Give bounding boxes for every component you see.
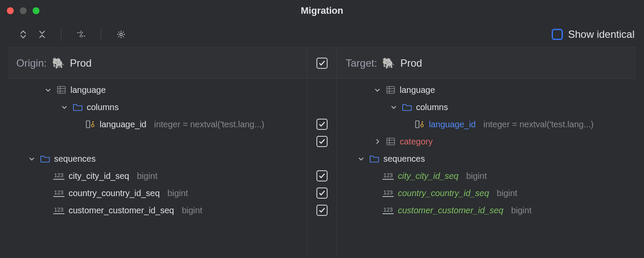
collapse-all-button[interactable]	[38, 30, 46, 39]
target-header: Target: 🐘 Prod	[337, 48, 636, 79]
target-table-language[interactable]: language	[337, 81, 636, 98]
postgres-icon: 🐘	[382, 57, 395, 69]
svg-rect-5	[86, 121, 90, 128]
sequence-meta: bigint	[511, 206, 532, 215]
table-name: category	[400, 137, 433, 147]
origin-table-language[interactable]: language	[8, 81, 307, 98]
row-checkbox[interactable]	[316, 205, 328, 216]
origin-sequences-folder[interactable]: sequences	[8, 150, 307, 167]
target-sequences-folder[interactable]: sequences	[337, 150, 636, 167]
show-identical-checkbox[interactable]: Show identical	[552, 28, 635, 40]
sequence-name: country_country_id_seq	[69, 188, 160, 198]
table-name: language	[400, 85, 435, 95]
folder-icon	[40, 154, 50, 163]
sequence-meta: bigint	[182, 206, 202, 215]
table-icon	[386, 137, 395, 146]
target-db-name: Prod	[400, 57, 422, 69]
svg-rect-1	[58, 86, 65, 93]
folder-name: columns	[87, 102, 118, 112]
titlebar: Migration	[0, 0, 644, 22]
target-sequence-country[interactable]: 123 country_country_id_seq bigint	[337, 184, 636, 202]
sequence-icon: 123	[383, 206, 394, 214]
target-sequence-city[interactable]: 123 city_city_id_seq bigint	[337, 167, 636, 184]
expand-all-button[interactable]	[19, 30, 27, 39]
row-checkbox[interactable]	[316, 136, 328, 147]
origin-header: Origin: 🐘 Prod	[8, 48, 307, 79]
sequence-meta: bigint	[466, 171, 487, 181]
sequence-icon: 123	[53, 189, 64, 197]
column-name: language_id	[429, 120, 476, 129]
svg-point-6	[91, 124, 94, 127]
origin-tree[interactable]: language columns language_id integer = n…	[8, 79, 307, 258]
chevron-down-icon	[358, 155, 365, 162]
window-title: Migration	[0, 5, 644, 16]
column-meta: integer = nextval('test.lang...)	[154, 120, 264, 129]
svg-rect-11	[416, 121, 419, 128]
diff-content: Origin: 🐘 Prod language columns	[8, 47, 636, 258]
sequence-meta: bigint	[167, 188, 188, 198]
sequence-meta: bigint	[497, 188, 517, 198]
swap-sides-button[interactable]	[76, 30, 86, 39]
sequence-name: customer_customer_id_seq	[398, 206, 504, 215]
sequence-meta: bigint	[137, 171, 158, 181]
target-column-language-id[interactable]: language_id integer = nextval('test.lang…	[337, 116, 636, 133]
checkbox-icon	[552, 29, 563, 40]
origin-sequence-country[interactable]: 123 country_country_id_seq bigint	[8, 184, 307, 202]
chevron-down-icon	[374, 86, 382, 93]
chevron-down-icon	[61, 104, 69, 111]
minimize-window-button[interactable]	[20, 7, 27, 14]
target-sequence-customer[interactable]: 123 customer_customer_id_seq bigint	[337, 202, 636, 219]
origin-sequence-customer[interactable]: 123 customer_customer_id_seq bigint	[8, 202, 307, 219]
primary-key-column-icon	[86, 120, 95, 129]
sequence-name: customer_customer_id_seq	[69, 206, 174, 215]
table-icon	[57, 85, 66, 95]
folder-icon	[402, 102, 412, 112]
row-checkbox[interactable]	[316, 187, 328, 199]
settings-button[interactable]	[116, 29, 126, 40]
folder-icon	[370, 154, 379, 163]
toolbar-separator	[101, 28, 101, 40]
chevron-down-icon	[28, 155, 36, 162]
column-meta: integer = nextval('test.lang...)	[483, 120, 594, 129]
svg-rect-7	[387, 86, 395, 93]
origin-columns-folder[interactable]: columns	[8, 98, 307, 116]
chevron-down-icon	[390, 104, 398, 111]
origin-db-name: Prod	[70, 57, 92, 69]
sequence-name: city_city_id_seq	[69, 171, 129, 181]
sequence-name: country_country_id_seq	[398, 188, 489, 198]
sequence-icon: 123	[53, 206, 64, 214]
column-name: language_id	[100, 120, 146, 129]
table-name: language	[70, 85, 106, 95]
primary-key-column-icon	[415, 120, 425, 129]
target-label: Target:	[346, 57, 377, 69]
svg-rect-13	[387, 138, 395, 145]
table-icon	[386, 85, 395, 95]
folder-name: columns	[416, 102, 448, 112]
toolbar-separator	[61, 28, 61, 40]
selection-column	[307, 48, 337, 258]
sequence-icon: 123	[383, 189, 394, 197]
maximize-window-button[interactable]	[33, 7, 39, 14]
folder-name: sequences	[383, 154, 425, 164]
folder-name: sequences	[54, 154, 96, 164]
sequence-name: city_city_id_seq	[398, 171, 459, 181]
postgres-icon: 🐘	[52, 57, 65, 69]
window-traffic-lights	[7, 7, 39, 14]
select-all-checkbox[interactable]	[316, 58, 328, 69]
target-columns-folder[interactable]: columns	[337, 98, 636, 116]
selection-header	[307, 48, 337, 79]
chevron-down-icon	[45, 86, 52, 93]
show-identical-label: Show identical	[568, 28, 635, 40]
toolbar: Show identical	[0, 22, 644, 47]
origin-column-language-id[interactable]: language_id integer = nextval('test.lang…	[8, 116, 307, 133]
row-checkbox[interactable]	[316, 119, 328, 130]
sequence-icon: 123	[53, 172, 64, 180]
svg-point-0	[120, 33, 122, 36]
origin-sequence-city[interactable]: 123 city_city_id_seq bigint	[8, 167, 307, 184]
svg-point-12	[421, 124, 423, 127]
target-table-category[interactable]: category	[337, 133, 636, 150]
target-pane: Target: 🐘 Prod language columns	[337, 48, 636, 258]
close-window-button[interactable]	[7, 7, 14, 14]
target-tree[interactable]: language columns language_id integer = n…	[337, 79, 636, 258]
row-checkbox[interactable]	[316, 170, 328, 181]
